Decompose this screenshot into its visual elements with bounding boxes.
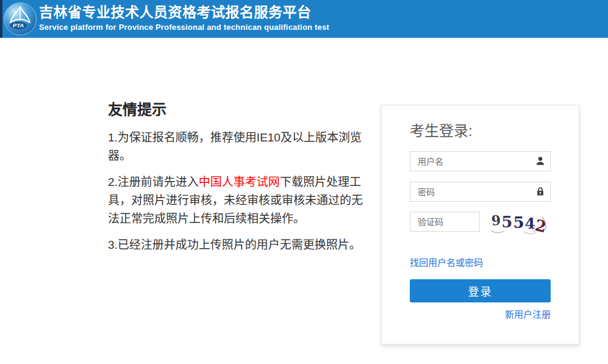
username-field-wrapper	[410, 151, 551, 171]
tips-heading: 友情提示	[108, 101, 370, 118]
login-panel: 考生登录: 9 5 5 4 2	[381, 105, 579, 344]
tip-2: 2.注册前请先进入中国人事考试网下载照片处理工具，对照片进行审核，未经审核或审核…	[108, 173, 370, 228]
login-heading: 考生登录:	[410, 123, 551, 140]
site-title: 吉林省专业技术人员资格考试报名服务平台	[39, 4, 329, 21]
tip-1-text: 1.为保证报名顺畅，推荐使用IE10及以上版本浏览器。	[108, 131, 362, 162]
tip-2-prefix: 2.注册前请先进入	[108, 176, 199, 188]
password-field-wrapper	[410, 182, 551, 202]
header-edge-strip	[0, 0, 2, 38]
cpta-website-link[interactable]: 中国人事考试网	[199, 176, 280, 188]
tip-1: 1.为保证报名顺畅，推荐使用IE10及以上版本浏览器。	[108, 129, 370, 165]
pta-logo: PTA	[3, 2, 37, 36]
captcha-input[interactable]	[410, 212, 480, 232]
forgot-credentials-link[interactable]: 找回用户名或密码	[410, 255, 483, 268]
pta-logo-text: PTA	[13, 22, 24, 29]
register-row: 新用户注册	[410, 307, 551, 320]
pta-logo-icon: PTA	[3, 2, 37, 36]
login-button[interactable]: 登录	[410, 279, 551, 302]
register-link[interactable]: 新用户注册	[505, 309, 551, 319]
captcha-noise-lines	[488, 210, 552, 235]
tip-3: 3.已经注册并成功上传照片的用户无需更换照片。	[108, 236, 370, 254]
captcha-field-wrapper	[410, 212, 480, 232]
tips-section: 友情提示 1.为保证报名顺畅，推荐使用IE10及以上版本浏览器。 2.注册前请先…	[108, 101, 370, 262]
header: PTA 吉林省专业技术人员资格考试报名服务平台 Service platform…	[0, 0, 608, 38]
captcha-row: 9 5 5 4 2	[410, 212, 551, 236]
site-subtitle: Service platform for Province Profession…	[39, 23, 329, 32]
header-titles: 吉林省专业技术人员资格考试报名服务平台 Service platform for…	[39, 4, 329, 32]
captcha-image[interactable]: 9 5 5 4 2	[488, 210, 551, 235]
username-input[interactable]	[410, 151, 551, 171]
page: { "header": { "title": "吉林省专业技术人员资格考试报名服…	[0, 0, 608, 364]
tip-3-text: 3.已经注册并成功上传照片的用户无需更换照片。	[108, 238, 361, 251]
password-input[interactable]	[410, 182, 551, 202]
